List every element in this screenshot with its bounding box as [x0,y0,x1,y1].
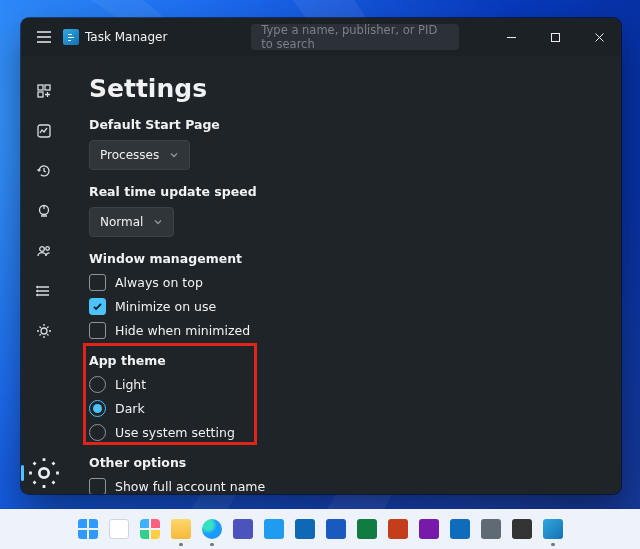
checkbox-always-on-top[interactable]: Always on top [89,274,599,291]
checkbox-icon [89,274,106,291]
update-speed-select[interactable]: Normal [89,207,174,237]
checkbox-hide-when-minimized[interactable]: Hide when minimized [89,322,599,339]
taskbar-excel[interactable] [354,516,380,542]
taskbar-powerpoint[interactable] [385,516,411,542]
gear-icon [27,456,61,490]
taskbar-file-explorer[interactable] [168,516,194,542]
checkbox-icon [89,298,106,315]
radio-use-system-setting[interactable]: Use system setting [89,424,599,441]
start-icon [78,519,98,539]
close-button[interactable] [577,18,621,56]
onenote-icon [419,519,439,539]
minimize-button[interactable] [489,18,533,56]
taskbar-edge[interactable] [199,516,225,542]
sidebar-item-startup-apps[interactable] [27,196,61,226]
users-icon [36,243,52,259]
settings-icon [481,519,501,539]
task-manager-window: Task Manager Type a name, publisher, or … [21,18,621,494]
maximize-icon [550,32,561,43]
taskbar[interactable] [0,509,640,549]
performance-icon [36,123,52,139]
svg-point-12 [39,468,48,477]
minimize-icon [506,32,517,43]
settings-content: Settings Default Start Page Processes Re… [67,56,621,494]
svg-point-6 [40,247,45,252]
taskbar-terminal[interactable] [509,516,535,542]
sidebar-item-performance[interactable] [27,116,61,146]
checkbox-label: Hide when minimized [115,323,250,338]
heading-window-management: Window management [89,251,599,266]
nav-sidebar [21,56,67,494]
taskbar-widgets[interactable] [137,516,163,542]
radio-label: Use system setting [115,425,235,440]
svg-rect-3 [38,92,43,97]
task-manager-icon [63,29,79,45]
details-icon [36,283,52,299]
file-explorer-icon [171,519,191,539]
radio-icon [89,424,106,441]
window-controls [489,18,621,56]
taskbar-outlook[interactable] [447,516,473,542]
taskbar-store[interactable] [292,516,318,542]
default-start-page-select[interactable]: Processes [89,140,190,170]
app-title: Task Manager [85,30,167,44]
sidebar-item-details[interactable] [27,276,61,306]
radio-icon [89,400,106,417]
checkbox-minimize-on-use[interactable]: Minimize on use [89,298,599,315]
taskbar-word[interactable] [323,516,349,542]
search-input[interactable]: Type a name, publisher, or PID to search [251,24,459,50]
maximize-button[interactable] [533,18,577,56]
window-management-options: Always on top Minimize on use Hide when … [89,274,599,339]
checkbox-label: Always on top [115,275,203,290]
sidebar-item-settings[interactable] [27,458,61,488]
update-speed-value: Normal [100,215,143,229]
teams-icon [233,519,253,539]
taskbar-start[interactable] [75,516,101,542]
word-icon [326,519,346,539]
taskbar-vscode[interactable] [261,516,287,542]
sidebar-item-app-history[interactable] [27,156,61,186]
checkbox-icon [89,322,106,339]
powerpoint-icon [388,519,408,539]
desktop: Task Manager Type a name, publisher, or … [0,0,640,549]
processes-icon [36,83,52,99]
radio-label: Dark [115,401,145,416]
svg-point-7 [46,247,50,251]
taskbar-onenote[interactable] [416,516,442,542]
checkbox-show-full-account-name[interactable]: Show full account name [89,478,599,494]
taskbar-search[interactable] [106,516,132,542]
heading-update-speed: Real time update speed [89,184,599,199]
check-icon [92,301,103,312]
checkbox-label: Show full account name [115,479,265,494]
taskbar-teams[interactable] [230,516,256,542]
heading-default-start-page: Default Start Page [89,117,599,132]
taskbar-settings[interactable] [478,516,504,542]
titlebar[interactable]: Task Manager Type a name, publisher, or … [21,18,621,56]
sidebar-item-users[interactable] [27,236,61,266]
svg-point-11 [41,328,47,334]
checkbox-label: Minimize on use [115,299,216,314]
default-start-page-value: Processes [100,148,159,162]
outlook-icon [450,519,470,539]
hamburger-icon [37,31,51,43]
radio-light[interactable]: Light [89,376,599,393]
terminal-icon [512,519,532,539]
sidebar-item-processes[interactable] [27,76,61,106]
vscode-icon [264,519,284,539]
radio-dark[interactable]: Dark [89,400,599,417]
other-options-list: Show full account name Show history for … [89,478,599,494]
search-placeholder: Type a name, publisher, or PID to search [261,23,449,51]
svg-rect-2 [45,85,50,90]
svg-point-9 [37,290,38,291]
widgets-icon [140,519,160,539]
hamburger-menu-button[interactable] [27,21,61,53]
svg-point-10 [37,294,38,295]
taskbar-task-manager[interactable] [540,516,566,542]
services-icon [36,323,52,339]
heading-app-theme: App theme [89,353,599,368]
svg-point-8 [37,286,38,287]
sidebar-item-services[interactable] [27,316,61,346]
history-icon [36,163,52,179]
heading-other-options: Other options [89,455,599,470]
radio-label: Light [115,377,146,392]
